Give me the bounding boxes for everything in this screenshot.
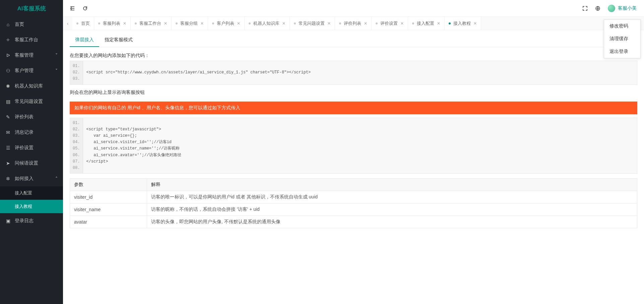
inner-tab-popup[interactable]: 弹层接入 [70, 34, 99, 47]
tab-dot [412, 22, 414, 24]
inner-tabs: 弹层接入 指定客服模式 [70, 34, 637, 47]
dropdown-logout[interactable]: 退出登录 [604, 45, 640, 58]
code-block-1: 01. 02. 03. <script src="http://www.cyyd… [70, 61, 637, 85]
tab-dot [449, 22, 451, 24]
header-right: 客服小美 修改密码 清理缓存 退出登录 [582, 5, 641, 12]
group-icon: ⚇ [5, 68, 11, 73]
refresh-icon[interactable] [82, 6, 88, 11]
close-icon[interactable]: ✕ [327, 21, 331, 26]
close-icon[interactable]: ✕ [364, 21, 367, 26]
nav-agent-manage[interactable]: ᐅ客服管理˅ [0, 48, 63, 63]
send-icon: ➤ [5, 161, 11, 166]
dropdown-change-password[interactable]: 修改密码 [604, 20, 640, 33]
sidebar: AI客服系统 ⌂首页 ✧客服工作台 ᐅ客服管理˅ ⚇客户管理˅ ✺机器人知识库 … [0, 0, 63, 304]
tab-review-settings[interactable]: 评价设置✕ [372, 17, 408, 30]
tab-integration-config[interactable]: 接入配置✕ [408, 17, 445, 30]
user-menu[interactable]: 客服小美 [608, 5, 637, 12]
table-row: visiter_name 访客的昵称，不传的话，系统自动会拼接 '访客' + u… [70, 203, 637, 216]
close-icon[interactable]: ✕ [473, 21, 477, 26]
nav-review-settings[interactable]: ☰评价设置 [0, 140, 63, 156]
td-param: visiter_id [70, 191, 147, 203]
submenu-integration: 接入配置 接入教程 [0, 186, 63, 213]
tabs-prev[interactable]: ‹ [63, 17, 72, 30]
nav-robot-kb[interactable]: ✺机器人知识库 [0, 78, 63, 94]
inner-tab-specified[interactable]: 指定客服模式 [99, 34, 138, 47]
nav-faq[interactable]: ▤常见问题设置 [0, 94, 63, 109]
tab-robot-kb[interactable]: 机器人知识库✕ [245, 17, 290, 30]
fullscreen-icon[interactable] [582, 6, 588, 11]
close-icon[interactable]: ✕ [164, 21, 167, 26]
main: 客服小美 修改密码 清理缓存 退出登录 ‹ 首页 客服列表✕ 客服工作台✕ 客服… [63, 0, 644, 304]
tab-integration-tutorial[interactable]: 接入教程✕ [445, 17, 481, 30]
td-param: visiter_name [70, 203, 147, 216]
close-icon[interactable]: ✕ [437, 21, 440, 26]
app-logo: AI客服系统 [0, 0, 63, 17]
nav-integration-tutorial[interactable]: 接入教程 [0, 200, 63, 213]
nav-label: 接入教程 [15, 203, 32, 209]
nav-label: 客服工作台 [15, 37, 38, 43]
tab-customer-list[interactable]: 客户列表✕ [208, 17, 245, 30]
nav-customer-manage[interactable]: ⚇客户管理˅ [0, 63, 63, 78]
nav-integration-config[interactable]: 接入配置 [0, 186, 63, 200]
nav-integration[interactable]: ✲如何接入˄ [0, 171, 63, 186]
avatar [608, 5, 615, 12]
tab-faq[interactable]: 常见问题设置✕ [290, 17, 335, 30]
dropdown-clear-cache[interactable]: 清理缓存 [604, 33, 640, 45]
chevron-down-icon: ˅ [55, 68, 58, 73]
user-icon: ᐅ [5, 53, 11, 58]
td-desc: 访客的头像，即您网站的用户头像, 不传默认是系统的通用头像 [147, 216, 637, 228]
tab-label: 客服列表 [103, 20, 120, 26]
tab-dot [76, 22, 78, 24]
nav-label: 登录日志 [15, 218, 34, 224]
tab-dot [339, 22, 341, 24]
nav-review-list[interactable]: ✎评价列表 [0, 109, 63, 125]
tab-review-list[interactable]: 评价列表✕ [335, 17, 372, 30]
td-desc: 访客的昵称，不传的话，系统自动会拼接 '访客' + uid [147, 203, 637, 216]
nav-login-log[interactable]: ▣登录日志 [0, 213, 63, 229]
close-icon[interactable]: ✕ [200, 21, 204, 26]
nav-label: 消息记录 [15, 129, 34, 135]
content: 弹层接入 指定客服模式 在您要接入的网站内添加如下的代码： 01. 02. 03… [63, 30, 644, 304]
tab-home[interactable]: 首页 [72, 17, 94, 30]
gear-icon: ✲ [5, 176, 11, 181]
chevron-down-icon: ˅ [55, 53, 58, 58]
tab-agent-list[interactable]: 客服列表✕ [94, 17, 131, 30]
nav-label: 常见问题设置 [15, 99, 43, 105]
workbench-icon: ✧ [5, 37, 11, 43]
close-icon[interactable]: ✕ [237, 21, 240, 26]
tab-label: 客户列表 [217, 20, 234, 26]
nav-label: 评价列表 [15, 114, 34, 120]
inner-tab-label: 弹层接入 [75, 37, 94, 42]
nav-label: 客服管理 [15, 52, 34, 58]
tab-label: 接入教程 [453, 20, 471, 26]
close-icon[interactable]: ✕ [400, 21, 404, 26]
nav-messages[interactable]: ✉消息记录 [0, 125, 63, 140]
nav-workbench[interactable]: ✧客服工作台 [0, 32, 63, 48]
nav-label: 问候语设置 [15, 160, 38, 166]
tab-dot [376, 22, 378, 24]
tab-dot [135, 22, 137, 24]
nav-greeting[interactable]: ➤问候语设置 [0, 156, 63, 171]
dropdown-label: 退出登录 [609, 49, 628, 54]
tabs-scroll: 首页 客服列表✕ 客服工作台✕ 客服分组✕ 客户列表✕ 机器人知识库✕ 常见问题… [72, 17, 635, 30]
section-title-2: 则会在您的网站上显示咨询客服按钮 [70, 89, 637, 96]
home-icon: ⌂ [5, 22, 11, 27]
chat-icon: ✉ [5, 130, 11, 135]
faq-icon: ▤ [5, 99, 11, 104]
table-row: avatar 访客的头像，即您网站的用户头像, 不传默认是系统的通用头像 [70, 216, 637, 228]
close-icon[interactable]: ✕ [123, 21, 126, 26]
tab-agent-group[interactable]: 客服分组✕ [172, 17, 208, 30]
user-dropdown: 修改密码 清理缓存 退出登录 [604, 19, 641, 58]
rate-icon: ☰ [5, 145, 11, 150]
close-icon[interactable]: ✕ [282, 21, 285, 26]
tab-dot [212, 22, 214, 24]
tab-dot [249, 22, 251, 24]
tab-workbench[interactable]: 客服工作台✕ [131, 17, 172, 30]
nav-label: 评价设置 [15, 145, 34, 151]
nav-home[interactable]: ⌂首页 [0, 17, 63, 32]
nav-label: 如何接入 [15, 176, 34, 182]
globe-icon[interactable] [595, 6, 600, 11]
tab-label: 首页 [81, 20, 90, 26]
menu-toggle-icon[interactable] [70, 6, 75, 11]
code-content: <script type="text/javascript"> var ai_s… [83, 118, 185, 174]
